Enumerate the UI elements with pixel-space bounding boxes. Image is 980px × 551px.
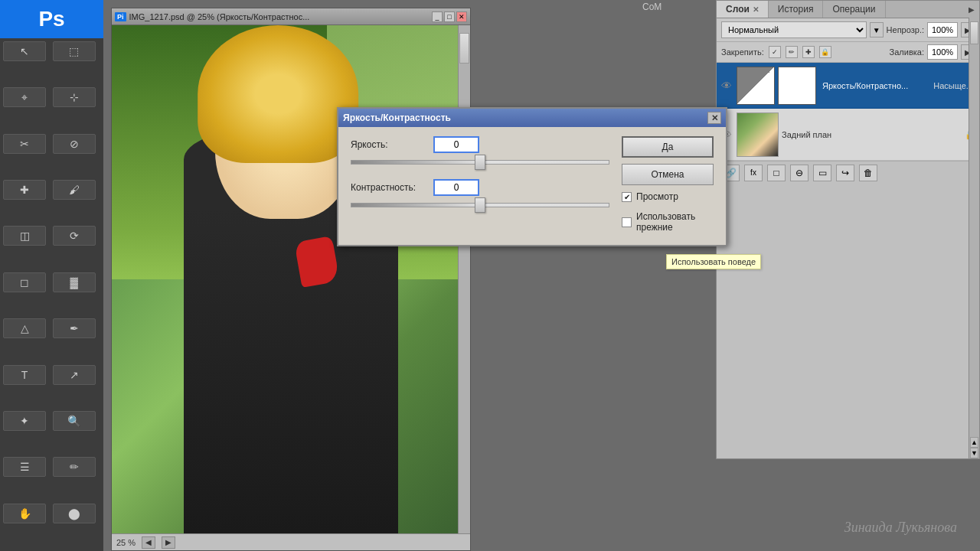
lock-fill-row: Закрепить: ✓ ✏ ✚ 🔒 Заливка: ▶ <box>717 42 979 63</box>
document-window: Pi IMG_1217.psd @ 25% (Яркость/Контрастн… <box>111 8 471 551</box>
tool-notes[interactable]: ☰ <box>3 457 46 477</box>
tool-stamp[interactable]: ◫ <box>3 226 46 246</box>
contrast-label-row: Контрастность: <box>351 179 609 196</box>
fill-label: Заливка: <box>890 47 924 57</box>
layers-scrollbar-thumb[interactable] <box>970 21 978 44</box>
preview-label: Просмотр <box>636 191 678 202</box>
add-mask-btn[interactable]: □ <box>767 165 786 181</box>
new-group-btn[interactable]: ▭ <box>813 165 831 181</box>
dialog-body: Яркость: Контрастность: <box>338 127 726 245</box>
opacity-input[interactable] <box>927 22 958 37</box>
tool-hand[interactable]: ✋ <box>3 504 46 523</box>
fill-input[interactable] <box>927 44 958 60</box>
blend-dropdown-btn[interactable]: ▼ <box>870 22 884 37</box>
tool-select-rect[interactable]: ⬚ <box>53 41 96 61</box>
brightness-input[interactable] <box>433 136 479 153</box>
brightness-slider-thumb[interactable] <box>475 155 485 170</box>
blend-mode-select[interactable]: Нормальный <box>721 21 867 38</box>
contrast-input[interactable] <box>433 179 479 196</box>
lock-paint-icon[interactable]: ✏ <box>786 46 798 58</box>
lock-label: Закрепить: <box>721 47 764 57</box>
brightness-label: Яркость: <box>351 139 427 150</box>
zoom-level: 25 % <box>116 538 136 547</box>
doc-icon: Pi <box>115 12 126 21</box>
tab-layers[interactable]: Слои ✕ <box>717 1 769 18</box>
brightness-row: Яркость: <box>351 136 609 168</box>
zoom-in-btn[interactable]: ▶ <box>162 536 175 549</box>
tool-lasso[interactable]: ⌖ <box>3 87 46 107</box>
tool-grid: ↖ ⬚ ⌖ ⊹ ✂ ⊘ ✚ 🖌 ◫ ⟳ ◻ ▓ △ ✒ T ↗ ✦ 🔍 ☰ ✏ … <box>0 38 103 551</box>
adjustment-layer[interactable]: 👁 Яркость/Контрастно... Насыще... <box>717 63 979 109</box>
panel-tabs: Слои ✕ История Операции ▶ <box>717 1 979 18</box>
minimize-button[interactable]: _ <box>432 11 443 22</box>
use-prev-checkbox[interactable] <box>622 217 632 227</box>
zoom-out-btn[interactable]: ◀ <box>142 536 155 549</box>
tool-move[interactable]: ↖ <box>3 41 46 61</box>
layers-scrollbar[interactable]: ▲ ▼ <box>969 18 979 458</box>
tool-heal[interactable]: ✚ <box>3 180 46 200</box>
tab-history[interactable]: История <box>769 1 824 18</box>
bg-layer-thumbnail <box>737 112 779 157</box>
tool-crop[interactable]: ✂ <box>3 134 46 154</box>
blend-opacity-row: Нормальный ▼ Непрозр.: ▶ <box>717 18 979 42</box>
delete-layer-btn[interactable]: 🗑 <box>859 165 877 181</box>
tool-gradient[interactable]: ▓ <box>53 272 96 292</box>
toolbar: Ps ↖ ⬚ ⌖ ⊹ ✂ ⊘ ✚ 🖌 ◫ ⟳ ◻ ▓ △ ✒ T ↗ ✦ 🔍 ☰… <box>0 0 103 551</box>
contrast-row: Контрастность: <box>351 179 609 211</box>
dialog-close-button[interactable]: ✕ <box>707 112 721 124</box>
adj-layer-btn[interactable]: ⊖ <box>790 165 808 181</box>
tool-magic-wand[interactable]: ⊹ <box>53 87 96 107</box>
dialog-sliders: Яркость: Контрастность: <box>351 136 609 236</box>
brightness-contrast-dialog: Яркость/Контрастность ✕ Яркость: Контрас… <box>337 107 727 246</box>
tool-zoom[interactable]: 🔍 <box>53 411 96 431</box>
contrast-label: Контрастность: <box>351 182 427 193</box>
tool-shape[interactable]: ✦ <box>3 411 46 431</box>
scroll-arrow-up[interactable]: ▲ <box>970 437 978 448</box>
new-layer-btn[interactable]: ↪ <box>836 165 854 181</box>
adj-layer-visibility[interactable]: 👁 <box>720 79 733 93</box>
tool-slice[interactable]: ⊘ <box>53 134 96 154</box>
lock-pixel-icon[interactable]: ✓ <box>769 46 781 58</box>
adj-layer-name: Яркость/Контрастно... <box>819 81 927 90</box>
tab-operations-label: Операции <box>832 4 875 15</box>
doc-window-buttons: _ □ ✕ <box>432 11 467 22</box>
tab-layers-label: Слои <box>726 4 750 15</box>
tool-measure[interactable]: ✏ <box>53 457 96 477</box>
lock-move-icon[interactable]: ✚ <box>802 46 815 58</box>
bg-layer-name: Задний план <box>782 130 962 139</box>
cancel-button[interactable]: Отмена <box>622 164 714 185</box>
scroll-arrow-down[interactable]: ▼ <box>970 448 978 458</box>
doc-title: IMG_1217.psd @ 25% (Яркость/Контрастнос.… <box>129 12 432 21</box>
watermark: Зинаида Лукьянова <box>844 520 957 536</box>
doc-scrollbar-v[interactable] <box>458 25 470 533</box>
tab-operations[interactable]: Операции <box>823 1 885 18</box>
tool-dodge[interactable]: △ <box>3 318 46 338</box>
brightness-label-row: Яркость: <box>351 136 609 153</box>
scrollbar-thumb[interactable] <box>459 33 469 64</box>
adj-layer-thumb <box>737 67 775 105</box>
tool-path-select[interactable]: ↗ <box>53 365 96 385</box>
background-layer[interactable]: 👁 Задний план 🔒 <box>717 109 979 161</box>
tool-history[interactable]: ⟳ <box>53 226 96 246</box>
dialog-title: Яркость/Контрастность <box>343 112 707 123</box>
tab-layers-close[interactable]: ✕ <box>753 5 759 14</box>
doc-statusbar: 25 % ◀ ▶ <box>112 533 470 550</box>
layers-panel-footer: 🔗 fx □ ⊖ ▭ ↪ 🗑 <box>717 161 979 184</box>
panel-menu-arrow[interactable]: ▶ <box>964 2 979 17</box>
contrast-slider-track <box>351 199 609 211</box>
adj-layer-mask <box>778 67 816 105</box>
dialog-titlebar: Яркость/Контрастность ✕ <box>338 109 726 127</box>
preview-checkbox[interactable]: ✔ <box>622 192 632 202</box>
layer-fx-btn[interactable]: fx <box>744 165 763 181</box>
brightness-slider-track <box>351 156 609 168</box>
tool-fg-color[interactable]: ⬤ <box>53 504 96 523</box>
ok-button[interactable]: Да <box>622 136 714 158</box>
tool-brush[interactable]: 🖌 <box>53 180 96 200</box>
tool-eraser[interactable]: ◻ <box>3 272 46 292</box>
close-button[interactable]: ✕ <box>456 11 467 22</box>
tool-type[interactable]: T <box>3 365 46 385</box>
contrast-slider-thumb[interactable] <box>475 197 485 213</box>
lock-all-icon[interactable]: 🔒 <box>819 46 831 58</box>
maximize-button[interactable]: □ <box>444 11 455 22</box>
tool-pen[interactable]: ✒ <box>53 318 96 338</box>
